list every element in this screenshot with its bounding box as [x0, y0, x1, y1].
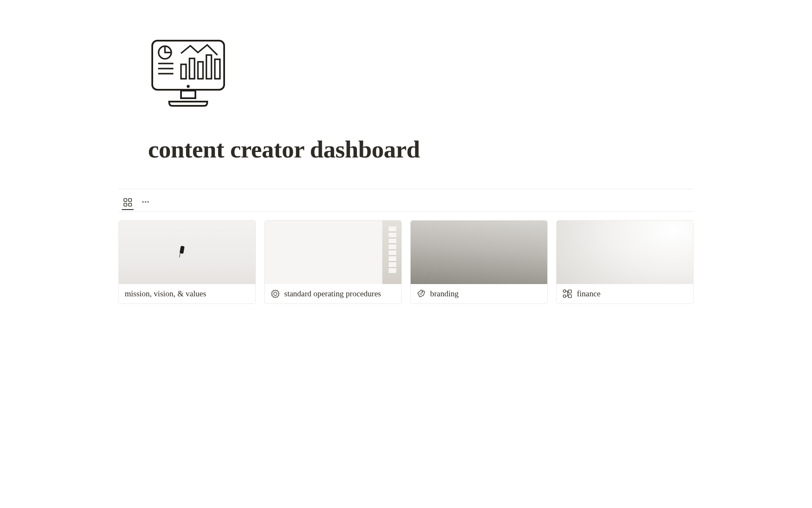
svg-line-22 [420, 294, 422, 295]
card-finance[interactable]: finance [556, 220, 694, 304]
svg-rect-7 [181, 64, 186, 79]
svg-rect-2 [181, 91, 195, 98]
svg-point-1 [187, 85, 190, 88]
page-icon[interactable] [148, 38, 694, 112]
card-cover [411, 221, 547, 284]
page-title: content creator dashboard [148, 135, 694, 163]
dashboard-monitor-icon [148, 38, 228, 110]
card-label: standard operating procedures [284, 289, 381, 298]
svg-point-19 [274, 292, 277, 295]
svg-rect-11 [215, 59, 220, 79]
gallery: mission, vision, & values standard opera… [118, 220, 694, 304]
svg-rect-13 [129, 199, 132, 202]
svg-point-20 [422, 291, 423, 293]
card-label: branding [430, 289, 459, 298]
card-label: finance [577, 289, 601, 298]
svg-rect-25 [568, 290, 571, 293]
svg-line-21 [419, 293, 422, 294]
finance-flow-icon [562, 289, 573, 298]
svg-rect-12 [124, 199, 127, 202]
card-mission-vision-values[interactable]: mission, vision, & values [118, 220, 256, 304]
gallery-view-icon [123, 198, 132, 207]
svg-rect-26 [568, 295, 571, 298]
svg-rect-15 [129, 203, 132, 206]
view-tabs [118, 189, 694, 212]
card-branding[interactable]: branding [410, 220, 548, 304]
card-cover [557, 221, 693, 284]
svg-rect-9 [198, 62, 203, 79]
svg-rect-14 [124, 203, 127, 206]
card-cover [265, 221, 401, 284]
svg-rect-8 [189, 58, 195, 79]
svg-point-24 [563, 295, 566, 297]
svg-point-17 [145, 201, 146, 203]
sop-badge-icon [271, 289, 280, 298]
more-horizontal-icon [141, 198, 150, 206]
svg-point-18 [147, 201, 149, 203]
card-standard-operating-procedures[interactable]: standard operating procedures [264, 220, 402, 304]
brand-tag-icon [417, 289, 426, 298]
svg-point-23 [563, 290, 566, 292]
view-tab-gallery[interactable] [122, 198, 134, 210]
card-label: mission, vision, & values [125, 289, 206, 298]
svg-rect-10 [206, 55, 211, 79]
card-cover [119, 221, 255, 284]
svg-point-16 [142, 201, 144, 203]
view-tab-more[interactable] [140, 196, 151, 208]
